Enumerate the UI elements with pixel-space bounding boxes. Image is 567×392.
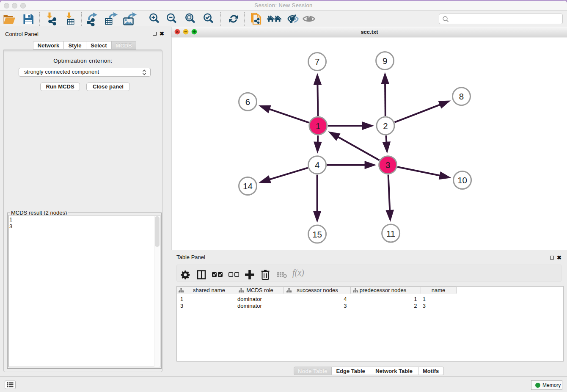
svg-text:14: 14 (243, 181, 253, 191)
svg-text:3: 3 (423, 303, 426, 309)
svg-text:8: 8 (459, 91, 464, 101)
svg-text:1: 1 (423, 296, 426, 302)
svg-text:3: 3 (180, 303, 183, 309)
svg-text:dominator: dominator (237, 296, 262, 302)
svg-text:1: 1 (414, 296, 417, 302)
svg-text:3: 3 (344, 303, 347, 309)
svg-text:3: 3 (385, 160, 390, 170)
svg-text:1: 1 (180, 296, 183, 302)
svg-text:10: 10 (457, 175, 467, 185)
svg-text:4: 4 (315, 160, 319, 170)
svg-text:predecessor nodes: predecessor nodes (360, 287, 407, 293)
svg-text:successor nodes: successor nodes (297, 287, 338, 293)
svg-text:9: 9 (383, 56, 387, 66)
svg-text:15: 15 (312, 229, 322, 239)
svg-text:name: name (432, 287, 446, 293)
svg-text:dominator: dominator (237, 303, 262, 309)
svg-text:1: 1 (316, 121, 320, 131)
svg-text:6: 6 (245, 97, 250, 107)
svg-text:7: 7 (315, 57, 319, 66)
svg-text:4: 4 (344, 296, 347, 302)
svg-text:11: 11 (386, 229, 395, 238)
svg-text:2: 2 (414, 303, 417, 309)
svg-text:shared name: shared name (193, 287, 225, 293)
svg-text:2: 2 (383, 121, 388, 131)
svg-text:MCDS role: MCDS role (246, 287, 273, 293)
